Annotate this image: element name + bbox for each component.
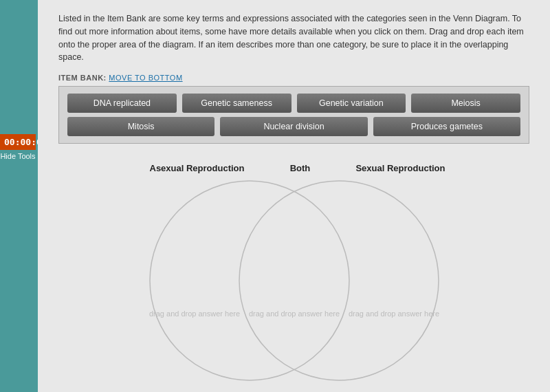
venn-right-label: Sexual Reproduction xyxy=(355,163,445,173)
hide-tools-button[interactable]: Hide Tools xyxy=(0,150,36,162)
item-produces-gametes[interactable]: Produces gametes xyxy=(373,117,520,136)
item-meiosis[interactable]: Meiosis xyxy=(411,94,520,113)
drop-hint-center: drag and drop answer here xyxy=(248,309,339,318)
svg-point-0 xyxy=(150,181,349,380)
venn-svg: drag and drop answer here drag and drop … xyxy=(116,179,473,382)
venn-svg-wrapper: Asexual Reproduction Both Sexual Reprodu… xyxy=(116,163,473,392)
venn-diagram-container: Asexual Reproduction Both Sexual Reprodu… xyxy=(58,163,529,392)
item-genetic-variation[interactable]: Genetic variation xyxy=(297,94,406,113)
item-dna-replicated[interactable]: DNA replicated xyxy=(67,94,177,113)
item-bank-label: ITEM BANK: Move to Bottom xyxy=(58,74,529,82)
instructions-text: Listed in the Item Bank are some key ter… xyxy=(58,12,529,64)
venn-center-label: Both xyxy=(290,163,311,173)
item-genetic-sameness[interactable]: Genetic sameness xyxy=(182,94,292,113)
drop-hint-left: drag and drop answer here xyxy=(148,309,239,318)
main-content: Listed in the Item Bank are some key ter… xyxy=(38,0,550,392)
item-bank-container: DNA replicated Genetic sameness Genetic … xyxy=(58,86,529,144)
venn-left-label: Asexual Reproduction xyxy=(150,163,245,173)
timer-display: 00:00:08 xyxy=(0,134,36,150)
item-mitosis[interactable]: Mitosis xyxy=(67,117,214,136)
timer-sidebar: 00:00:08 Hide Tools xyxy=(0,134,36,162)
drop-hint-right: drag and drop answer here xyxy=(348,309,439,318)
svg-point-1 xyxy=(239,181,439,380)
item-bank-row-2: Mitosis Nuclear division Produces gamete… xyxy=(67,117,520,136)
move-to-bottom-link[interactable]: Move to Bottom xyxy=(109,74,182,82)
item-nuclear-division[interactable]: Nuclear division xyxy=(220,117,367,136)
item-bank-row-1: DNA replicated Genetic sameness Genetic … xyxy=(67,94,520,113)
